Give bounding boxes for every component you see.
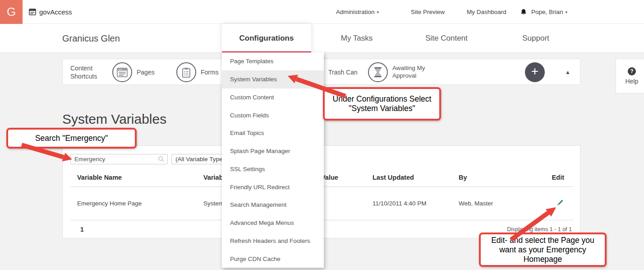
site-name: Granicus Glen <box>62 24 120 53</box>
user-name: Pope, Brian <box>531 9 563 15</box>
administration-menu[interactable]: Administration ▾ <box>336 0 379 24</box>
callout-edit-homepage: Edit- and select the Page you want as yo… <box>479 233 607 267</box>
tab-support[interactable]: Support <box>502 24 570 53</box>
collapse-toolbar-chevron[interactable]: ▲ <box>565 69 570 75</box>
menu-item-ssl-settings[interactable]: SSL Settings <box>222 160 324 178</box>
page-number[interactable]: 1 <box>70 226 84 233</box>
displaying-items-text: Displaying items 1 - 1 of 1 <box>507 226 573 233</box>
callout-menu-line2: "System Variables" <box>349 104 415 113</box>
main-nav: Granicus Glen Configurations My Tasks Si… <box>0 24 644 53</box>
configurations-dropdown: Page Templates System Variables Custom C… <box>222 52 324 268</box>
col-last-updated: Last Updated <box>373 174 459 181</box>
awaiting-approval-button[interactable] <box>368 62 388 82</box>
help-button[interactable]: ? Help <box>616 59 644 93</box>
callout-search-emergency: Search "Emergency" <box>6 128 137 149</box>
top-bar: G govAccess Administration ▾ Site Previe… <box>0 0 644 24</box>
col-by: By <box>459 174 544 181</box>
product-name: govAccess <box>39 8 72 16</box>
tab-configurations-label: Configurations <box>239 34 294 43</box>
chevron-down-icon: ▾ <box>377 10 379 14</box>
col-edit: Edit <box>544 174 566 181</box>
content-shortcuts-title: Content Shortcuts <box>70 64 109 80</box>
cell-last-updated: 11/10/2011 4:40 PM <box>373 200 459 207</box>
callout-menu-line1: Under Configurations Select <box>333 94 432 104</box>
page-title: System Variables <box>62 112 166 127</box>
col-variable-name: Variable Name <box>70 174 203 181</box>
cell-by: Web, Master <box>459 200 544 207</box>
add-button[interactable]: + <box>525 62 545 82</box>
menu-item-search-management[interactable]: Search Management <box>222 196 324 214</box>
pages-label[interactable]: Pages <box>137 68 155 76</box>
screen: G govAccess Administration ▾ Site Previe… <box>0 0 644 270</box>
site-preview-label: Site Preview <box>411 9 445 15</box>
pages-icon <box>117 68 128 77</box>
my-dashboard-label: My Dashboard <box>467 9 506 15</box>
tab-my-tasks[interactable]: My Tasks <box>323 24 391 53</box>
trash-can-label[interactable]: Trash Can <box>328 68 358 76</box>
hourglass-icon <box>373 67 382 78</box>
awaiting-approval-label[interactable]: Awaiting My Approval <box>392 64 435 79</box>
menu-item-refresh-headers-footers[interactable]: Refresh Headers and Footers <box>222 232 324 250</box>
site-preview-link[interactable]: Site Preview <box>411 0 445 24</box>
tab-my-tasks-label: My Tasks <box>341 34 373 43</box>
callout-edit-line1: Edit- and select the Page you <box>491 236 594 245</box>
tab-configurations[interactable]: Configurations <box>222 24 311 53</box>
user-menu[interactable]: Pope, Brian ▾ <box>531 0 567 24</box>
callout-edit-line2: want as your Emergency <box>499 245 586 255</box>
menu-item-custom-content[interactable]: Custom Content <box>222 88 324 107</box>
search-input[interactable] <box>71 156 158 163</box>
bell-icon <box>520 9 527 16</box>
forms-icon <box>182 67 190 78</box>
help-label: Help <box>626 78 639 85</box>
menu-item-page-templates[interactable]: Page Templates <box>222 52 324 70</box>
menu-item-friendly-url-redirect[interactable]: Friendly URL Redirect <box>222 178 324 196</box>
callout-edit-line3: Homepage <box>524 255 562 264</box>
col-value: Value <box>321 174 373 181</box>
tab-support-label: Support <box>522 34 549 43</box>
pages-shortcut-button[interactable] <box>112 62 132 82</box>
search-field-wrap <box>70 154 168 164</box>
product-brand[interactable]: govAccess <box>29 0 72 24</box>
tab-site-content-label: Site Content <box>425 34 468 43</box>
govaccess-icon <box>29 9 36 15</box>
notifications-bell[interactable] <box>520 0 527 24</box>
my-dashboard-link[interactable]: My Dashboard <box>467 0 506 24</box>
menu-item-system-variables[interactable]: System Variables <box>222 70 324 88</box>
forms-label[interactable]: Forms <box>201 68 219 76</box>
menu-item-custom-fields[interactable]: Custom Fields <box>222 106 324 124</box>
forms-shortcut-button[interactable] <box>176 62 196 82</box>
edit-pencil-icon[interactable] <box>556 199 564 208</box>
tab-site-content[interactable]: Site Content <box>413 24 480 53</box>
callout-search-text: Search "Emergency" <box>35 134 108 143</box>
cell-variable-name: Emergency Home Page <box>70 200 203 207</box>
administration-label: Administration <box>336 9 375 15</box>
menu-item-purge-cdn-cache[interactable]: Purge CDN Cache <box>222 250 324 268</box>
menu-item-splash-page-manager[interactable]: Splash Page Manager <box>222 142 324 160</box>
menu-item-email-topics[interactable]: Email Topics <box>222 124 324 142</box>
search-icon <box>158 156 165 163</box>
callout-system-variables: Under Configurations Select "System Vari… <box>323 87 441 121</box>
granicus-g-icon: G <box>7 5 16 19</box>
granicus-logo[interactable]: G <box>0 0 23 24</box>
question-mark-icon: ? <box>628 67 636 75</box>
menu-item-advanced-mega-menus[interactable]: Advanced Mega Menus <box>222 214 324 232</box>
chevron-down-icon: ▾ <box>566 10 568 14</box>
